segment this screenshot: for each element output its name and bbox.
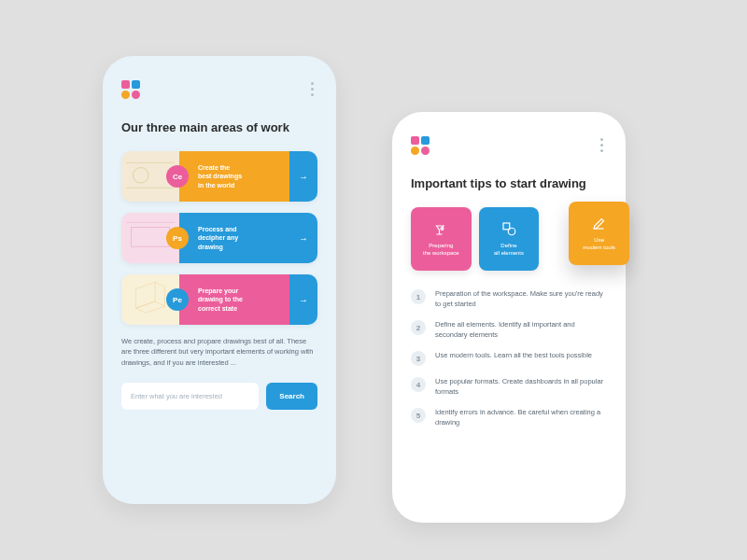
step-number: 4	[411, 377, 426, 392]
tip-label: Preparing the workspace	[423, 243, 459, 258]
more-menu-icon[interactable]	[307, 78, 317, 100]
tip-label: Define all elements	[494, 243, 524, 258]
card-title: Create the best drawings in the world	[198, 163, 242, 189]
svg-rect-3	[131, 227, 169, 246]
svg-point-7	[508, 228, 515, 235]
phone-tips: Important tips to start drawing Preparin…	[392, 112, 626, 523]
step-number: 1	[411, 289, 426, 304]
svg-point-0	[133, 168, 148, 184]
list-item: 3Use modern tools. Learn all the best to…	[411, 351, 607, 366]
tip-label: Use modern tools	[583, 237, 615, 252]
app-logo-icon[interactable]	[411, 136, 430, 155]
tips-row: Preparing the workspace Define all eleme…	[411, 207, 607, 271]
page-title: Our three main areas of work	[121, 120, 317, 134]
phone-areas: Our three main areas of work Ce Create t…	[103, 56, 336, 504]
shapes-icon	[500, 220, 517, 237]
area-card-process[interactable]: Ps Process and decipher any drawing →	[121, 213, 317, 263]
tip-card-tools[interactable]: Use modern tools	[569, 202, 629, 265]
area-card-prepare[interactable]: Pe Prepare your drawing to the correct s…	[121, 274, 317, 325]
arrow-right-icon[interactable]: →	[289, 213, 317, 263]
pencil-icon	[591, 215, 608, 231]
step-text: Identify errors in advance. Be careful w…	[435, 408, 607, 427]
list-item: 5Identify errors in advance. Be careful …	[411, 408, 607, 427]
step-number: 5	[411, 408, 426, 423]
arrow-right-icon[interactable]: →	[289, 274, 317, 325]
step-text: Use popular formats. Create dashboards i…	[435, 377, 607, 397]
step-text: Use modern tools. Learn all the best too…	[435, 351, 592, 361]
step-text: Preparation of the workspace. Make sure …	[435, 289, 607, 309]
steps-list: 1Preparation of the workspace. Make sure…	[411, 289, 607, 427]
area-card-create[interactable]: Ce Create the best drawings in the world…	[121, 151, 317, 202]
search-row: Search	[121, 383, 317, 410]
top-bar	[411, 134, 607, 156]
list-item: 2Define all elements. Identify all impor…	[411, 320, 607, 340]
badge-ce: Ce	[166, 165, 189, 188]
list-item: 1Preparation of the workspace. Make sure…	[411, 289, 607, 309]
step-number: 3	[411, 351, 426, 366]
description-text: We create, process and propare drawings …	[121, 336, 317, 368]
list-item: 4Use popular formats. Create dashboards …	[411, 377, 607, 397]
more-menu-icon[interactable]	[597, 134, 607, 156]
tip-card-define[interactable]: Define all elements	[479, 207, 540, 271]
app-logo-icon[interactable]	[121, 80, 140, 99]
top-bar	[121, 78, 317, 100]
arrow-right-icon[interactable]: →	[289, 151, 317, 202]
badge-pe: Pe	[166, 288, 189, 311]
card-title: Process and decipher any drawing	[198, 225, 238, 250]
card-title: Prepare your drawing to the correct stat…	[198, 287, 243, 312]
step-text: Define all elements. Identify all import…	[435, 320, 607, 340]
svg-rect-6	[503, 223, 510, 230]
badge-ps: Ps	[166, 227, 189, 249]
tip-card-workspace[interactable]: Preparing the workspace	[411, 207, 472, 271]
step-number: 2	[411, 320, 426, 335]
search-button[interactable]: Search	[266, 383, 317, 410]
page-title: Important tips to start drawing	[411, 176, 607, 190]
search-input[interactable]	[121, 383, 259, 410]
lamp-icon	[432, 220, 449, 237]
